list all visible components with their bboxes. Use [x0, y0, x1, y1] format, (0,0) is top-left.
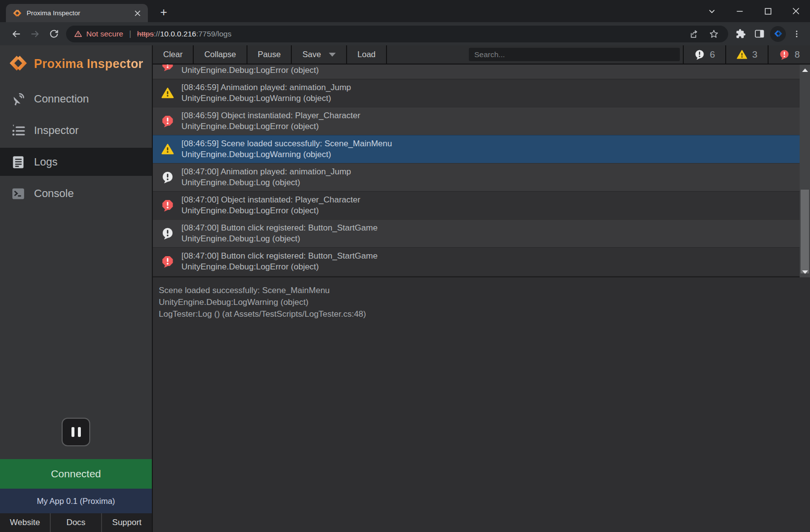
info-count-badge[interactable]: 6 — [684, 45, 725, 64]
tab-close-icon[interactable] — [132, 8, 143, 19]
forward-button[interactable] — [26, 25, 44, 43]
minimize-button[interactable] — [726, 0, 754, 22]
log-row[interactable]: UnityEngine.Debug:LogError (object) — [153, 65, 810, 79]
hierarchy-list-icon — [11, 123, 26, 138]
sidebar-footer: Website Docs Support — [0, 513, 152, 532]
log-row[interactable]: [08:47:00] Button click registered: Butt… — [153, 247, 810, 275]
log-message: [08:47:00] Button click registered: Butt… — [181, 223, 378, 234]
log-list-scrollbar — [800, 65, 810, 277]
log-stacktrace: UnityEngine.Debug:Log (object) — [181, 233, 378, 245]
log-document-icon — [11, 155, 26, 169]
search-input[interactable] — [469, 48, 680, 61]
sidebar-item-connection[interactable]: Connection — [0, 85, 152, 113]
log-row[interactable]: [08:47:00] Animation played: animation_J… — [153, 163, 810, 191]
scroll-up-icon[interactable] — [800, 66, 810, 74]
satellite-dish-icon — [11, 92, 26, 106]
browser-tab[interactable]: Proxima Inspector — [6, 4, 148, 22]
extensions-puzzle-icon[interactable] — [731, 25, 750, 43]
log-stacktrace: UnityEngine.Debug:LogError (object) — [181, 262, 378, 273]
collapse-button[interactable]: Collapse — [194, 45, 246, 64]
log-stacktrace: UnityEngine.Debug:Log (object) — [181, 177, 351, 189]
scrollbar-thumb[interactable] — [801, 190, 809, 273]
log-stacktrace: UnityEngine.Debug:LogError (object) — [181, 65, 319, 76]
proxima-favicon-icon — [13, 9, 22, 18]
app-logo: Proxima Inspector — [0, 45, 152, 78]
close-window-button[interactable] — [782, 0, 810, 22]
save-button[interactable]: Save — [292, 45, 346, 64]
search-cell — [387, 45, 683, 64]
log-row[interactable]: [08:46:59] Object instantiated: Player_C… — [153, 107, 810, 135]
log-message: [08:47:00] Button click registered: Butt… — [181, 251, 378, 262]
sidebar-item-label: Console — [34, 187, 74, 200]
log-message: [08:46:59] Scene loaded successfully: Sc… — [181, 138, 392, 150]
sidebar-nav: Connection Inspector — [0, 85, 152, 207]
tab-strip: Proxima Inspector + — [0, 0, 810, 22]
proxima-blue-diamond-icon — [774, 30, 782, 38]
log-message: [08:46:59] Object instantiated: Player_C… — [181, 110, 360, 122]
pause-logs-button[interactable]: Pause — [247, 45, 291, 64]
app-title: Proxima Inspector — [34, 57, 143, 71]
share-icon[interactable] — [686, 27, 703, 41]
save-dropdown-icon[interactable] — [329, 53, 336, 57]
sidebar-item-label: Inspector — [34, 124, 79, 137]
connection-status-badge: Connected — [0, 459, 152, 489]
warning-triangle-icon — [737, 49, 747, 60]
support-link[interactable]: Support — [101, 513, 152, 532]
log-message: [08:47:00] Object instantiated: Player_C… — [181, 195, 360, 206]
tab-search-chevron-icon[interactable] — [698, 0, 726, 22]
sidebar-item-inspector[interactable]: Inspector — [0, 116, 152, 144]
pause-icon — [71, 427, 74, 437]
log-message: [08:46:59] Animation played: animation_J… — [181, 82, 351, 94]
back-button[interactable] — [7, 25, 26, 43]
website-link[interactable]: Website — [0, 513, 50, 532]
maximize-button[interactable] — [754, 0, 782, 22]
url-scheme: https — [137, 30, 154, 38]
profile-avatar[interactable] — [769, 25, 787, 43]
sidebar-item-console[interactable]: Console — [0, 179, 152, 207]
detail-stack-line: UnityEngine.Debug:LogWarning (object) — [159, 297, 800, 308]
log-stacktrace: UnityEngine.Debug:LogWarning (object) — [181, 149, 392, 161]
error-icon — [161, 65, 174, 71]
detail-stack-line: LogTester:Log () (at Assets/TestScripts/… — [159, 308, 800, 320]
docs-link[interactable]: Docs — [50, 513, 101, 532]
new-tab-button[interactable]: + — [156, 5, 172, 20]
proxima-logo-icon — [9, 54, 28, 73]
address-bar[interactable]: Not secure | https://10.0.0.216:7759/log… — [66, 26, 728, 42]
browser-menu-icon[interactable] — [787, 25, 806, 43]
log-stacktrace: UnityEngine.Debug:LogError (object) — [181, 121, 360, 133]
warning-count-badge[interactable]: 3 — [726, 45, 768, 64]
sidebar-item-label: Logs — [34, 156, 58, 168]
log-row[interactable]: [08:47:00] Button click registered: Butt… — [153, 219, 810, 247]
address-toolbar: Not secure | https://10.0.0.216:7759/log… — [0, 22, 810, 45]
log-row[interactable]: [08:47:00] Object instantiated: Player_C… — [153, 191, 810, 219]
side-panel-icon[interactable] — [750, 25, 769, 43]
sidebar: Proxima Inspector Connection — [0, 45, 153, 532]
sidebar-item-label: Connection — [34, 93, 89, 105]
log-detail-pane: Scene loaded successfully: Scene_MainMen… — [153, 278, 810, 320]
bookmark-star-icon[interactable] — [705, 27, 722, 41]
tab-title: Proxima Inspector — [27, 9, 127, 17]
log-stacktrace: UnityEngine.Debug:LogError (object) — [181, 205, 360, 217]
scroll-down-icon[interactable] — [800, 267, 810, 276]
not-secure-label: Not secure — [86, 30, 123, 38]
connected-app-label: My App 0.1 (Proxima) — [0, 489, 152, 513]
info-icon — [161, 227, 174, 240]
load-button[interactable]: Load — [347, 45, 386, 64]
page-url: https://10.0.0.216:7759/logs — [137, 30, 231, 38]
log-row[interactable]: [08:46:59] Animation played: animation_J… — [153, 79, 810, 107]
log-row[interactable]: [08:46:59] Scene loaded successfully: Sc… — [153, 135, 810, 163]
error-bubble-icon — [779, 49, 790, 60]
warning-icon — [161, 143, 174, 156]
window-controls — [698, 0, 810, 22]
error-count-badge[interactable]: 8 — [769, 45, 810, 64]
pause-updates-button[interactable] — [62, 418, 90, 446]
not-secure-warning-icon — [74, 30, 82, 38]
log-list: UnityEngine.Debug:LogError (object) [08:… — [153, 65, 810, 277]
clear-button[interactable]: Clear — [153, 45, 193, 64]
reload-button[interactable] — [44, 25, 63, 43]
log-stacktrace: UnityEngine.Debug:LogWarning (object) — [181, 93, 351, 104]
error-icon — [161, 199, 174, 212]
logs-toolbar: Clear Collapse Pause Save Load 6 — [153, 45, 810, 65]
terminal-icon — [11, 186, 26, 201]
sidebar-item-logs[interactable]: Logs — [0, 148, 152, 176]
